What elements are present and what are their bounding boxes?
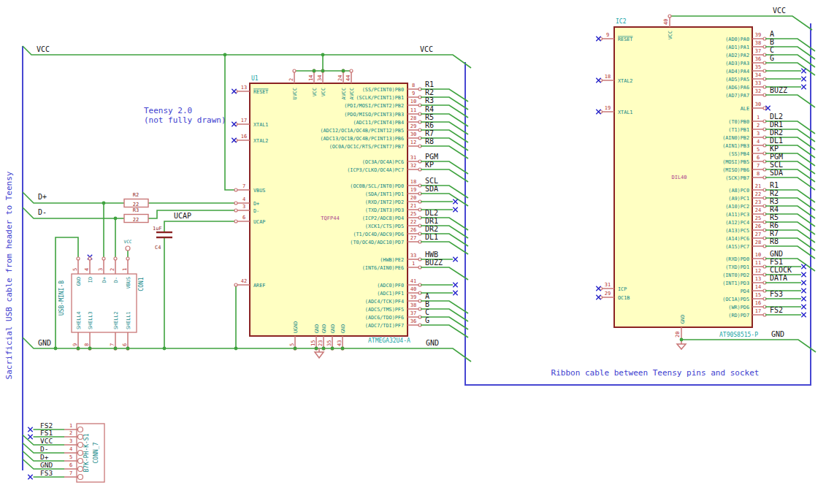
net-label-ucap[interactable]: UCAP (174, 212, 191, 220)
junction (315, 347, 318, 351)
net-label-dminus[interactable]: D- (38, 208, 47, 216)
capacitor-c4-body[interactable] (156, 232, 172, 237)
net-label-VCC[interactable]: VCC (40, 437, 53, 445)
text: 13 (755, 276, 761, 282)
text: 33 (410, 253, 416, 259)
pin-end (293, 69, 296, 72)
pin-end (126, 257, 129, 260)
net-label-R6[interactable]: R6 (425, 121, 434, 129)
net-label-SCL[interactable]: SCL (425, 177, 438, 185)
net-label-C[interactable]: C (425, 308, 429, 316)
text: 16 (241, 134, 247, 140)
net-label-R3[interactable]: R3 (770, 197, 779, 205)
net-label-B[interactable]: B (770, 38, 774, 46)
text: (ADC4/TCK)PF4 (365, 299, 404, 305)
text: (HWB)PE2 (380, 257, 404, 263)
net-label-BUZZ[interactable]: BUZZ (425, 259, 443, 267)
text: 25 (755, 215, 761, 221)
text: (INT6/AIN0)PE6 (362, 265, 404, 271)
net-label-DL2[interactable]: DL2 (425, 209, 438, 217)
net-label-BUZZ[interactable]: BUZZ (770, 86, 787, 94)
net-label-SDA[interactable]: SDA (770, 169, 783, 177)
net-label-DR2[interactable]: DR2 (770, 129, 783, 137)
text: RESET (253, 89, 268, 95)
text: (AD7)PA7 (725, 93, 749, 99)
net-label-A[interactable]: A (770, 30, 774, 38)
net-label-PGM[interactable]: PGM (425, 153, 438, 161)
net-label-R7[interactable]: R7 (770, 229, 779, 237)
net-label-gnd-right[interactable]: GND (771, 330, 784, 338)
net-label-A[interactable]: A (425, 292, 429, 300)
net-label-HWB[interactable]: HWB (425, 251, 438, 259)
net-label-G[interactable]: G (770, 54, 774, 62)
net-label-SDA[interactable]: SDA (425, 185, 438, 193)
net-label-R2[interactable]: R2 (425, 88, 434, 96)
net-label-R1[interactable]: R1 (770, 181, 779, 189)
text: 18 (605, 74, 611, 80)
net-label-B[interactable]: B (425, 300, 429, 308)
net-label-gnd-left[interactable]: GND (38, 339, 51, 347)
net-label-R4[interactable]: R4 (770, 205, 779, 213)
text: 14 (755, 284, 761, 290)
pin-end (78, 427, 83, 432)
net-label-DR1[interactable]: DR1 (770, 121, 783, 129)
text: GND (76, 277, 82, 286)
net-label-PGM[interactable]: PGM (770, 153, 783, 161)
net-label-FS1[interactable]: FS1 (40, 429, 53, 437)
net-label-R8[interactable]: R8 (770, 237, 779, 245)
net-label-R1[interactable]: R1 (425, 80, 434, 88)
net-label-D-[interactable]: D- (40, 445, 48, 453)
net-label-GND[interactable]: GND (770, 250, 783, 258)
text: 5 (72, 268, 78, 271)
text: (A8)PC0 (728, 188, 749, 194)
text: 19 (605, 105, 611, 111)
net-label-DR1[interactable]: DR1 (425, 217, 438, 225)
net-label-FS3[interactable]: FS3 (40, 469, 53, 477)
text: (A15)PC7 (725, 244, 749, 250)
junction (341, 347, 345, 351)
net-label-R5[interactable]: R5 (770, 213, 779, 221)
text: 4 (242, 196, 245, 202)
net-label-C[interactable]: C (770, 46, 774, 54)
text: (ADC13/OC1B/OC4B/PCINT13)PB6 (320, 136, 404, 142)
text: 3 (757, 131, 760, 137)
net-label-vcc-mid[interactable]: VCC (420, 45, 433, 53)
net-label-DL1[interactable]: DL1 (425, 233, 438, 241)
net-label-FS2[interactable]: FS2 (770, 306, 783, 314)
net-label-KP[interactable]: KP (770, 145, 779, 153)
text: (OC3A/OC4A)PC6 (362, 159, 404, 165)
net-label-G[interactable]: G (425, 316, 429, 324)
junction (322, 347, 326, 351)
net-label-KP[interactable]: KP (425, 161, 434, 169)
net-label-R3[interactable]: R3 (425, 96, 434, 104)
net-label-FS3[interactable]: FS3 (770, 290, 783, 298)
net-label-SCL[interactable]: SCL (770, 161, 783, 169)
text: 1 (122, 268, 128, 271)
net-label-D+[interactable]: D+ (40, 453, 49, 461)
pin-end (668, 15, 671, 18)
text: D+ (253, 201, 259, 207)
text: 2 (69, 430, 72, 436)
text: (MOSI)PB5 (722, 159, 749, 165)
net-label-R7[interactable]: R7 (425, 129, 434, 137)
net-label-R5[interactable]: R5 (425, 113, 434, 121)
net-label-R2[interactable]: R2 (770, 189, 779, 197)
net-label-R6[interactable]: R6 (770, 221, 779, 229)
ic2-ref: IC2 (616, 18, 627, 25)
net-label-DL2[interactable]: DL2 (770, 112, 783, 121)
net-label-CLOCK[interactable]: CLOCK (770, 266, 792, 274)
text: SHELL3 (88, 311, 93, 329)
net-label-vcc-right[interactable]: VCC (773, 7, 786, 15)
net-label-R8[interactable]: R8 (425, 137, 434, 145)
net-label-FS1[interactable]: FS1 (770, 258, 783, 266)
net-label-vcc-left[interactable]: VCC (37, 45, 50, 53)
net-label-DL1[interactable]: DL1 (770, 137, 783, 145)
net-label-GND[interactable]: GND (40, 461, 53, 469)
net-label-DR2[interactable]: DR2 (425, 225, 438, 233)
text: (RXD)PD0 (725, 256, 749, 262)
net-label-DATA[interactable]: DATA (770, 274, 787, 282)
net-label-gnd-mid[interactable]: GND (426, 339, 439, 347)
net-label-R4[interactable]: R4 (425, 105, 434, 113)
net-label-dplus[interactable]: D+ (38, 193, 47, 201)
text: 6 (242, 215, 245, 221)
